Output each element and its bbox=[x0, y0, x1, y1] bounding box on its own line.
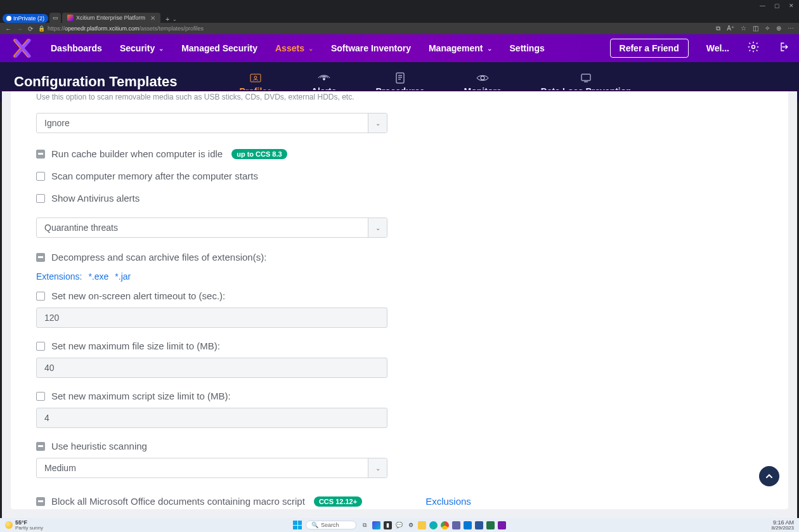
search-icon: 🔍 bbox=[311, 522, 318, 528]
taskbar-app-store[interactable]: ⚙ bbox=[406, 521, 415, 529]
window-close[interactable]: ✕ bbox=[789, 3, 794, 9]
max-script-row: Set new maximum script size limit to (MB… bbox=[36, 391, 763, 401]
scan-memory-label: Scan computer memory after the computer … bbox=[51, 171, 258, 181]
dlp-icon bbox=[579, 72, 593, 84]
tab-close-icon[interactable]: ✕ bbox=[150, 15, 155, 22]
taskbar-app-teams[interactable] bbox=[452, 521, 460, 529]
welcome-label[interactable]: Wel... bbox=[706, 43, 729, 53]
profile-dot-icon bbox=[6, 16, 11, 21]
taskbar-app-copilot[interactable] bbox=[372, 521, 380, 529]
select-value: Medium bbox=[37, 463, 368, 473]
removable-media-action-select[interactable]: Ignore ⌄ bbox=[36, 113, 387, 133]
inprivate-indicator[interactable]: InPrivate (2) bbox=[3, 14, 48, 23]
taskbar-app-excel[interactable] bbox=[486, 521, 495, 529]
nav-management[interactable]: Management⌄ bbox=[429, 43, 492, 53]
max-file-row: Set new maximum file size limit to (MB): bbox=[36, 341, 763, 351]
max-file-checkbox[interactable] bbox=[36, 342, 45, 351]
show-alerts-checkbox[interactable] bbox=[36, 194, 45, 203]
heuristic-checkbox[interactable] bbox=[36, 442, 45, 451]
start-button[interactable] bbox=[293, 521, 302, 529]
weather-condition: Partly sunny bbox=[15, 526, 43, 531]
show-alerts-row: Show Antivirus alerts bbox=[36, 193, 763, 204]
nav-forward-icon[interactable]: → bbox=[16, 25, 23, 32]
url-box[interactable]: 🔒 https://openedr.platform.xcitium.com/a… bbox=[38, 25, 204, 32]
new-tab-button[interactable]: + ⌄ bbox=[162, 15, 180, 23]
split-icon[interactable]: ◫ bbox=[753, 25, 758, 32]
extension-exe[interactable]: *.exe bbox=[88, 271, 108, 282]
window-maximize[interactable]: ▢ bbox=[774, 3, 780, 9]
taskbar-search[interactable]: 🔍 Search bbox=[306, 521, 356, 529]
taskbar-app-onenote[interactable] bbox=[498, 521, 506, 529]
more-icon[interactable]: ⋯ bbox=[788, 25, 794, 32]
alert-timeout-input[interactable]: 120 bbox=[36, 308, 387, 328]
content-viewport: Use this option to scan removable media … bbox=[2, 90, 797, 518]
extension-jar[interactable]: *.jar bbox=[115, 271, 131, 282]
procedures-icon bbox=[393, 72, 407, 84]
taskbar-app-chat[interactable]: 💬 bbox=[395, 521, 403, 529]
removable-media-help: Use this option to scan removable media … bbox=[36, 93, 763, 101]
brand-logo[interactable] bbox=[10, 38, 33, 58]
nav-dashboards[interactable]: Dashboards bbox=[51, 43, 102, 53]
taskbar-taskview-icon[interactable]: ⧉ bbox=[360, 521, 368, 529]
search-placeholder: Search bbox=[321, 522, 339, 528]
read-aloud-icon[interactable]: A⁺ bbox=[727, 25, 734, 32]
heuristic-level-select[interactable]: Medium ⌄ bbox=[36, 458, 387, 478]
threat-action-select[interactable]: Quarantine threats ⌄ bbox=[36, 217, 387, 238]
settings-gear-icon[interactable] bbox=[747, 41, 760, 56]
max-script-label: Set new maximum script size limit to (MB… bbox=[51, 391, 231, 401]
tab-title: Xcitium Enterprise Platform bbox=[76, 15, 145, 21]
max-file-label: Set new maximum file size limit to (MB): bbox=[51, 341, 220, 351]
collections-icon[interactable]: ⊕ bbox=[776, 25, 781, 32]
max-script-checkbox[interactable] bbox=[36, 392, 45, 401]
chevron-up-icon bbox=[765, 472, 774, 481]
decompress-checkbox[interactable] bbox=[36, 253, 45, 262]
scroll-to-top-button[interactable] bbox=[759, 466, 779, 486]
taskbar-app-files[interactable] bbox=[418, 521, 426, 529]
decompress-label: Decompress and scan archive files of ext… bbox=[51, 252, 266, 263]
nav-settings[interactable]: Settings bbox=[510, 43, 545, 53]
logout-icon[interactable] bbox=[777, 41, 789, 55]
favorite-icon[interactable]: ☆ bbox=[741, 25, 746, 32]
block-macro-row: Block all Microsoft Office documents con… bbox=[36, 496, 763, 507]
translate-icon[interactable]: ⧉ bbox=[716, 25, 720, 32]
nav-refresh-icon[interactable]: ⟳ bbox=[28, 25, 33, 32]
refer-friend-button[interactable]: Refer a Friend bbox=[610, 39, 689, 58]
chevron-down-icon: ⌄ bbox=[368, 458, 387, 477]
chevron-down-icon: ⌄ bbox=[159, 45, 164, 52]
inprivate-label: InPrivate (2) bbox=[13, 15, 44, 22]
block-macro-checkbox[interactable] bbox=[36, 497, 45, 506]
settings-card: Use this option to scan removable media … bbox=[11, 91, 788, 509]
block-macro-label: Block all Microsoft Office documents con… bbox=[51, 496, 305, 507]
scan-memory-checkbox[interactable] bbox=[36, 172, 45, 181]
taskbar-weather[interactable]: 55°F Partly sunny bbox=[5, 520, 43, 531]
taskbar-app-explorer[interactable]: ▮ bbox=[384, 521, 392, 529]
run-cache-builder-checkbox[interactable] bbox=[36, 150, 45, 159]
nav-assets[interactable]: Assets⌄ bbox=[275, 43, 313, 53]
taskbar-clock[interactable]: 9:16 AM 8/29/2023 bbox=[771, 520, 794, 531]
select-value: Ignore bbox=[37, 118, 368, 128]
taskbar-app-chrome[interactable] bbox=[441, 521, 449, 529]
taskbar-app-word[interactable] bbox=[475, 521, 483, 529]
tab-xcitium[interactable]: Xcitium Enterprise Platform ✕ bbox=[62, 13, 160, 23]
favorites-bar-icon[interactable]: ✧ bbox=[765, 25, 770, 32]
nav-software-inventory[interactable]: Software Inventory bbox=[331, 43, 411, 53]
tab-blank[interactable]: ▭ bbox=[49, 13, 61, 23]
exclusions-link[interactable]: Exclusions bbox=[425, 496, 471, 507]
alert-timeout-checkbox[interactable] bbox=[36, 292, 45, 301]
alerts-icon bbox=[317, 72, 331, 84]
profiles-icon bbox=[249, 72, 263, 84]
heuristic-row: Use heuristic scanning bbox=[36, 441, 763, 451]
app-topnav: Dashboards Security⌄ Managed Security As… bbox=[0, 34, 799, 62]
max-script-input[interactable]: 4 bbox=[36, 408, 387, 428]
window-minimize[interactable]: — bbox=[760, 3, 765, 9]
nav-security[interactable]: Security⌄ bbox=[120, 43, 164, 53]
taskbar-app-edge[interactable] bbox=[429, 521, 438, 529]
nav-back-icon[interactable]: ← bbox=[5, 25, 11, 32]
max-file-input[interactable]: 40 bbox=[36, 358, 387, 378]
clock-date: 8/29/2023 bbox=[771, 526, 794, 531]
svg-rect-6 bbox=[581, 74, 590, 81]
taskbar-app-outlook[interactable] bbox=[464, 521, 472, 529]
svg-point-0 bbox=[752, 46, 755, 49]
nav-managed-security[interactable]: Managed Security bbox=[181, 43, 257, 53]
extensions-label[interactable]: Extensions: bbox=[36, 271, 82, 282]
